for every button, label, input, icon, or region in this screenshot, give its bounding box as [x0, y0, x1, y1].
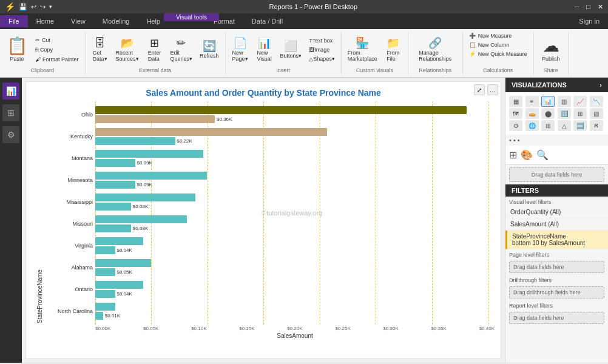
chart-expand-btn[interactable]: ⤢ — [474, 84, 485, 95]
report-drag-zone[interactable]: Drag data fields here — [509, 312, 604, 324]
manage-relationships-button[interactable]: 🔗 ManageRelationships — [416, 36, 454, 63]
buttons-label: Buttons▾ — [280, 53, 302, 59]
data-view-btn[interactable]: ⊞ — [2, 104, 19, 121]
drillthrough-drag-zone[interactable]: Drag drillthrough fields here — [509, 286, 604, 298]
chart-options-btn[interactable]: … — [487, 84, 498, 95]
report-view-btn[interactable]: 📊 — [2, 83, 19, 99]
sign-in-link[interactable]: Sign in — [570, 15, 608, 27]
viz-globe[interactable]: 🌐 — [525, 120, 539, 131]
bar-northcarolina-qty[interactable]: $0.01K — [95, 312, 103, 320]
viz-funnel[interactable]: △ — [558, 120, 571, 131]
tick-7: $0.35K — [431, 326, 447, 331]
bar-montana-sales[interactable] — [95, 150, 203, 158]
bar-northcarolina-sales[interactable] — [95, 303, 115, 311]
bar-mississippi-sales[interactable] — [95, 194, 195, 201]
fields-drag-zone[interactable]: Drag data fields here — [509, 167, 604, 182]
bar-ontario-sales[interactable] — [95, 281, 143, 289]
new-visual-button[interactable]: 📊 NewVisual — [254, 36, 275, 63]
y-axis-label: StateProvinceName — [32, 101, 44, 323]
bar-alabama-qty[interactable]: $0.05K — [95, 268, 115, 276]
viz-grid[interactable]: ⊞ — [541, 120, 555, 131]
filter-order-qty[interactable]: OrderQuantity (All) — [505, 206, 608, 218]
expand-icon[interactable]: › — [600, 81, 602, 89]
get-data-button[interactable]: 🗄 GetData▾ — [89, 36, 111, 63]
viz-line[interactable]: 📈 — [573, 96, 587, 107]
tab-view[interactable]: View — [62, 15, 94, 27]
more-dots[interactable]: • • • — [509, 136, 520, 144]
new-column-button[interactable]: 📋New Column — [467, 41, 512, 49]
bar-alabama-sales[interactable] — [95, 259, 151, 267]
new-page-button[interactable]: 📄 NewPage▾ — [229, 36, 251, 63]
bar-mississippi-qty[interactable]: $0.08K — [95, 203, 131, 211]
bar-northcarolina-value: $0.01K — [105, 313, 120, 318]
bar-kentucky-sales[interactable] — [95, 128, 327, 136]
save-icon[interactable]: 💾 — [19, 3, 27, 11]
enter-data-button[interactable]: ⊞ EnterData — [144, 36, 166, 63]
bar-montana-qty[interactable]: $0.09K — [95, 159, 135, 167]
viz-text[interactable]: 🔤 — [573, 120, 587, 131]
bar-minnesota-sales[interactable] — [95, 172, 207, 180]
format-painter-button[interactable]: 🖌Format Painter — [33, 55, 81, 64]
bar-kentucky-qty[interactable]: $0.22K — [95, 137, 175, 145]
bar-virginia-qty[interactable]: $0.04K — [95, 246, 115, 254]
bar-missouri-qty[interactable]: $0.08K — [95, 224, 131, 232]
viz-pie[interactable]: 🥧 — [525, 108, 539, 119]
paste-button[interactable]: 📋 Paste — [4, 36, 30, 63]
viz-stacked-col[interactable]: ▥ — [558, 96, 571, 107]
tab-modeling[interactable]: Modeling — [94, 15, 138, 27]
bar-virginia-sales[interactable] — [95, 237, 143, 245]
bar-ohio-qty[interactable]: $0.36K — [95, 115, 215, 123]
from-marketplace-button[interactable]: 🏪 FromMarketplace — [345, 36, 380, 63]
viz-r[interactable]: R — [590, 120, 603, 131]
text-box-button[interactable]: T Text box — [306, 36, 337, 45]
viz-clustered-bar[interactable]: ≡ — [525, 96, 539, 107]
copy-button[interactable]: ⎘Copy — [33, 46, 81, 54]
new-quick-measure-button[interactable]: ⚡New Quick Measure — [467, 50, 530, 58]
minimize-btn[interactable]: ─ — [575, 3, 579, 11]
rel-items: 🔗 ManageRelationships — [416, 32, 454, 67]
bar-missouri-sales[interactable] — [95, 215, 187, 223]
page-drag-zone[interactable]: Drag data fields here — [509, 261, 604, 273]
tab-home[interactable]: Home — [28, 15, 62, 27]
filter-sales-amount[interactable]: SalesAmount (All) — [505, 218, 608, 231]
custom-items: 🏪 FromMarketplace 📁 FromFile — [345, 32, 404, 67]
bar-ontario-qty[interactable]: $0.04K — [95, 290, 115, 298]
viz-card[interactable]: ▧ — [590, 108, 603, 119]
undo-icon[interactable]: ↩ — [31, 3, 36, 11]
visual-tools-tab[interactable]: Visual tools — [164, 13, 219, 21]
bar-ohio-value: $0.36K — [217, 116, 232, 122]
edit-queries-button[interactable]: ✏ EditQueries▾ — [168, 36, 195, 63]
bar-minnesota-qty[interactable]: $0.09K — [95, 181, 135, 189]
viz-table[interactable]: ⊞ — [573, 108, 587, 119]
analytics-tool[interactable]: 🔍 — [536, 149, 549, 161]
image-button[interactable]: 🖼 Image — [306, 46, 337, 54]
viz-stacked-bar[interactable]: ▦ — [509, 96, 522, 107]
viz-gauge[interactable]: ⚙ — [509, 120, 522, 131]
tab-datadrill[interactable]: Data / Drill — [243, 15, 291, 27]
publish-button[interactable]: ☁ Publish — [538, 36, 564, 63]
viz-map[interactable]: 🗺 — [509, 108, 522, 119]
model-view-btn[interactable]: ⚙ — [2, 126, 19, 143]
filter-state-province[interactable]: StateProvinceNamebottom 10 by SalesAmoun… — [505, 231, 608, 249]
bar-ohio-sales[interactable] — [95, 106, 467, 114]
maximize-btn[interactable]: □ — [586, 3, 590, 11]
viz-scatter[interactable]: ⬤ — [541, 108, 555, 119]
fields-tool[interactable]: ⊞ — [509, 149, 517, 161]
from-file-button[interactable]: 📁 FromFile — [382, 36, 404, 63]
buttons-button[interactable]: ⬜ Buttons▾ — [278, 39, 305, 60]
format-tool[interactable]: 🎨 — [521, 149, 533, 161]
viz-more[interactable]: • • • — [505, 135, 608, 146]
viz-matrix[interactable]: 🔢 — [558, 108, 571, 119]
new-measure-button[interactable]: ➕New Measure — [467, 32, 515, 40]
close-btn[interactable]: ✕ — [598, 3, 603, 11]
viz-area[interactable]: 📉 — [590, 96, 603, 107]
redo-icon[interactable]: ↪ — [40, 3, 46, 11]
refresh-button[interactable]: 🔄 Refresh — [197, 39, 221, 60]
viz-clustered-col[interactable]: 📊 — [541, 96, 555, 107]
tab-file[interactable]: File — [0, 15, 28, 27]
recent-sources-button[interactable]: 📂 RecentSources▾ — [113, 36, 141, 63]
new-visual-label: NewVisual — [257, 50, 271, 62]
bar-track-northcarolina: $0.01K — [95, 300, 495, 322]
cut-button[interactable]: ✂Cut — [33, 36, 81, 44]
shapes-button[interactable]: △ Shapes▾ — [306, 55, 337, 63]
